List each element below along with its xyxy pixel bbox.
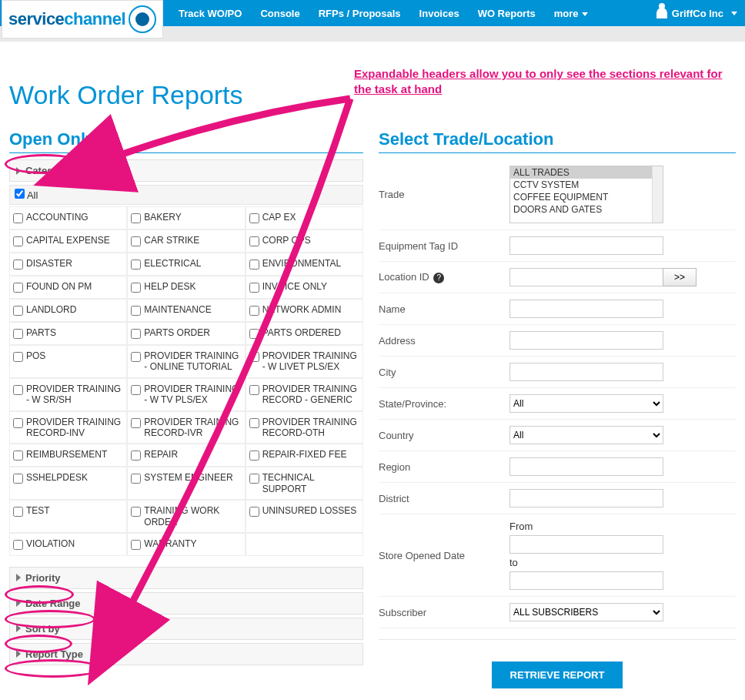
category-item[interactable]: CAR STRIKE (127, 229, 245, 253)
city-input[interactable] (509, 363, 663, 381)
equipment-tag-input[interactable] (509, 236, 663, 255)
category-checkbox[interactable] (249, 283, 259, 293)
store-open-from-input[interactable] (509, 535, 663, 554)
category-item[interactable]: VIOLATION (9, 533, 127, 556)
category-checkbox[interactable] (13, 418, 23, 428)
category-checkbox[interactable] (13, 306, 23, 316)
category-item[interactable]: CAPITAL EXPENSE (9, 229, 127, 253)
trade-option[interactable]: DOORS AND GATES (510, 203, 663, 216)
category-item[interactable]: SSHELPDESK (9, 467, 127, 500)
category-checkbox[interactable] (13, 329, 23, 339)
category-checkbox[interactable] (249, 213, 259, 223)
category-item[interactable]: TEST (9, 500, 127, 533)
accordion-category[interactable]: Category (9, 159, 363, 182)
category-checkbox[interactable] (131, 450, 141, 461)
category-checkbox[interactable] (13, 474, 23, 484)
nav-more[interactable]: more (545, 8, 597, 19)
category-item[interactable]: NETWORK ADMIN (246, 299, 363, 322)
category-item[interactable]: INVOICE ONLY (246, 276, 363, 299)
category-checkbox[interactable] (131, 236, 141, 246)
category-checkbox[interactable] (13, 260, 23, 270)
category-checkbox[interactable] (249, 352, 259, 362)
region-input[interactable] (509, 457, 663, 476)
category-item[interactable]: PROVIDER TRAINING RECORD-INV (9, 411, 127, 444)
category-item[interactable]: SYSTEM ENGINEER (127, 467, 245, 500)
category-item[interactable]: ELECTRICAL (127, 253, 245, 276)
store-open-to-input[interactable] (509, 571, 663, 590)
category-item[interactable]: UNINSURED LOSSES (246, 500, 363, 533)
category-item[interactable]: MAINTENANCE (127, 299, 245, 322)
accordion-report-type[interactable]: Report Type (9, 643, 363, 665)
category-checkbox[interactable] (13, 450, 23, 461)
category-item[interactable]: PROVIDER TRAINING - ONLINE TUTORIAL (127, 345, 245, 378)
category-checkbox[interactable] (249, 418, 259, 428)
nav-rfps[interactable]: RFPs / Proposals (309, 8, 410, 19)
category-item[interactable]: PROVIDER TRAINING - W TV PLS/EX (127, 378, 245, 411)
category-all-checkbox[interactable] (15, 189, 25, 199)
nav-invoices[interactable]: Invoices (410, 8, 469, 19)
accordion-sort-by[interactable]: Sort by (9, 618, 363, 640)
category-checkbox[interactable] (249, 450, 259, 461)
category-item[interactable]: PROVIDER TRAINING RECORD-OTH (246, 411, 363, 444)
trade-option[interactable]: ALL TRADES (510, 166, 663, 179)
category-checkbox[interactable] (13, 352, 23, 362)
category-all[interactable]: All (15, 189, 38, 201)
category-item[interactable]: ACCOUNTING (9, 206, 127, 229)
category-checkbox[interactable] (13, 283, 23, 293)
category-item[interactable]: PROVIDER TRAINING RECORD-IVR (127, 411, 245, 444)
category-checkbox[interactable] (249, 474, 259, 484)
help-icon[interactable]: ? (433, 273, 444, 283)
location-id-input[interactable] (509, 268, 663, 286)
category-item[interactable]: PROVIDER TRAINING RECORD - GENERIC (246, 378, 363, 411)
category-item[interactable]: LANDLORD (9, 299, 127, 322)
country-select[interactable]: All (509, 426, 663, 444)
category-checkbox[interactable] (131, 306, 141, 316)
category-item[interactable]: CAP EX (246, 206, 363, 229)
category-item[interactable]: ENVIRONMENTAL (246, 253, 363, 276)
category-item[interactable]: TRAINING WORK ORDER (127, 500, 245, 533)
category-checkbox[interactable] (249, 507, 259, 517)
category-item[interactable]: REPAIR (127, 444, 245, 467)
category-checkbox[interactable] (131, 540, 141, 550)
retrieve-report-button[interactable]: RETRIEVE REPORT (492, 661, 623, 688)
trade-listbox[interactable]: ALL TRADES CCTV SYSTEM COFFEE EQUIPMENT … (509, 166, 663, 223)
category-checkbox[interactable] (131, 260, 141, 270)
state-select[interactable]: All (509, 394, 663, 413)
category-item[interactable]: POS (9, 345, 127, 378)
category-checkbox[interactable] (131, 385, 141, 395)
category-checkbox[interactable] (13, 385, 23, 395)
category-item[interactable]: TECHNICAL SUPPORT (246, 467, 363, 500)
subscriber-select[interactable]: ALL SUBSCRIBERS (509, 603, 663, 621)
category-item[interactable]: FOUND ON PM (9, 276, 127, 299)
category-item[interactable]: PROVIDER TRAINING - W LIVET PLS/EX (246, 345, 363, 378)
nav-console[interactable]: Console (251, 8, 309, 19)
category-checkbox[interactable] (249, 236, 259, 246)
accordion-priority[interactable]: Priority (9, 567, 363, 589)
category-checkbox[interactable] (249, 260, 259, 270)
address-input[interactable] (509, 331, 663, 350)
nav-woreports[interactable]: WO Reports (469, 8, 545, 19)
category-checkbox[interactable] (249, 306, 259, 316)
category-item[interactable]: PROVIDER TRAINING - W SR/SH (9, 378, 127, 411)
category-checkbox[interactable] (131, 474, 141, 484)
category-checkbox[interactable] (13, 507, 23, 517)
category-checkbox[interactable] (13, 213, 23, 223)
scrollbar[interactable] (652, 166, 663, 223)
category-checkbox[interactable] (131, 283, 141, 293)
category-checkbox[interactable] (131, 213, 141, 223)
category-item[interactable]: DISASTER (9, 253, 127, 276)
category-item[interactable]: CORP OPS (246, 229, 363, 253)
category-checkbox[interactable] (131, 418, 141, 428)
category-checkbox[interactable] (13, 236, 23, 246)
category-item[interactable]: WARRANTY (127, 533, 245, 556)
category-checkbox[interactable] (249, 385, 259, 395)
accordion-date-range[interactable]: Date Range (9, 592, 363, 615)
category-item[interactable]: REIMBURSEMENT (9, 444, 127, 467)
location-lookup-button[interactable]: >> (663, 268, 697, 286)
category-checkbox[interactable] (131, 329, 141, 339)
category-item[interactable]: PARTS ORDERED (246, 322, 363, 345)
category-item[interactable]: REPAIR-FIXED FEE (246, 444, 363, 467)
category-checkbox[interactable] (249, 329, 259, 339)
category-item[interactable]: PARTS ORDER (127, 322, 245, 345)
category-checkbox[interactable] (131, 507, 141, 517)
